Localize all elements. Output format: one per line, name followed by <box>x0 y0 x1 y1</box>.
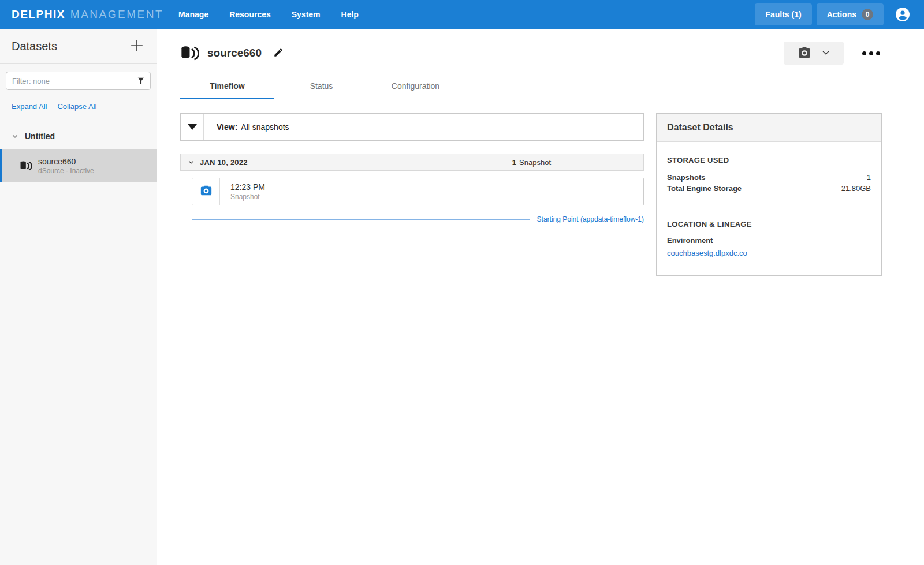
snapshot-button[interactable] <box>784 42 844 65</box>
more-menu-button[interactable] <box>860 49 882 58</box>
dsource-icon <box>20 160 32 171</box>
datasets-sidebar: Datasets Expand All Collapse All <box>0 29 157 565</box>
snapshot-time: 12:23 PM <box>230 182 265 192</box>
add-dataset-button[interactable] <box>129 38 145 55</box>
sidebar-item-text: source660 dSource - Inactive <box>38 157 94 175</box>
snapshot-type: Snapshot <box>230 192 265 201</box>
view-selector[interactable]: View:All snapshots <box>180 113 644 141</box>
timeflow-content: View:All snapshots JAN 10, 2022 1Snapsho… <box>157 99 924 276</box>
nav-help[interactable]: Help <box>341 10 359 19</box>
location-lineage-title: LOCATION & LINEAGE <box>667 220 871 229</box>
pencil-icon <box>273 47 284 59</box>
date-label: JAN 10, 2022 <box>200 158 248 167</box>
sidebar-item-subtitle: dSource - Inactive <box>38 167 94 175</box>
main-panel: source660 <box>157 29 924 565</box>
group-label: Untitled <box>25 132 55 141</box>
delphix-management-app: DELPHIX MANAGEMENT Manage Resources Syst… <box>0 0 924 565</box>
app-logo: DELPHIX MANAGEMENT <box>12 8 163 21</box>
brand-primary: DELPHIX <box>12 8 65 21</box>
chevron-down-icon <box>12 133 18 140</box>
storage-used-section: STORAGE USED Snapshots 1 Total Engine St… <box>657 142 881 207</box>
tab-status[interactable]: Status <box>274 74 368 99</box>
group-row-untitled[interactable]: Untitled <box>0 121 157 149</box>
top-nav: Manage Resources System Help <box>178 10 359 19</box>
dsource-icon <box>180 45 199 62</box>
brand-secondary: MANAGEMENT <box>70 8 163 21</box>
triangle-down-icon <box>188 124 197 130</box>
sidebar-header: Datasets <box>0 29 157 64</box>
nav-system[interactable]: System <box>292 10 321 19</box>
faults-label: Faults (1) <box>765 10 801 19</box>
timeline-column: View:All snapshots JAN 10, 2022 1Snapsho… <box>180 113 644 223</box>
plus-icon <box>130 39 144 54</box>
actions-badge: 0 <box>862 9 873 20</box>
filter-box <box>0 64 157 97</box>
view-toggle[interactable] <box>181 114 204 140</box>
filter-input[interactable] <box>6 72 151 90</box>
nav-manage[interactable]: Manage <box>178 10 208 19</box>
user-avatar-icon[interactable] <box>895 7 910 22</box>
page-title: source660 <box>207 47 262 59</box>
chevron-down-icon <box>188 159 195 166</box>
details-title: Dataset Details <box>657 114 881 142</box>
page-header: source660 <box>157 29 924 74</box>
snapshot-camera-cell <box>192 178 220 205</box>
starting-point-link[interactable]: Starting Point (appdata-timeflow-1) <box>537 215 644 223</box>
tab-timeflow[interactable]: Timeflow <box>180 74 274 99</box>
snapshot-row[interactable]: 12:23 PM Snapshot <box>192 178 644 205</box>
environment-link[interactable]: couchbasestg.dlpxdc.co <box>667 249 747 257</box>
view-label: View: <box>217 122 237 132</box>
tab-bar: Timeflow Status Configuration <box>180 74 882 99</box>
snapshot-info: 12:23 PM Snapshot <box>220 182 265 201</box>
expand-all-link[interactable]: Expand All <box>12 102 47 111</box>
collapse-all-link[interactable]: Collapse All <box>57 102 96 111</box>
snapshots-row: Snapshots 1 <box>667 172 871 183</box>
topbar-actions: Faults (1) Actions 0 <box>755 3 910 25</box>
faults-button[interactable]: Faults (1) <box>755 3 811 25</box>
camera-icon <box>798 46 811 61</box>
view-text: View:All snapshots <box>204 122 289 132</box>
date-group-header[interactable]: JAN 10, 2022 1Snapshot <box>180 154 644 171</box>
tree-controls: Expand All Collapse All <box>0 97 157 121</box>
top-bar: DELPHIX MANAGEMENT Manage Resources Syst… <box>0 0 924 29</box>
sidebar-item-source660[interactable]: source660 dSource - Inactive <box>0 149 157 182</box>
header-actions <box>784 42 882 65</box>
location-lineage-section: LOCATION & LINEAGE Environment couchbase… <box>657 207 881 275</box>
ellipsis-icon <box>862 51 866 55</box>
storage-used-title: STORAGE USED <box>667 156 871 164</box>
camera-icon <box>200 184 213 199</box>
actions-label: Actions <box>827 10 856 19</box>
total-engine-storage-label: Total Engine Storage <box>667 183 742 194</box>
chevron-down-icon <box>821 48 830 59</box>
datasets-title: Datasets <box>12 40 57 53</box>
filter-icon[interactable] <box>137 77 145 85</box>
timeflow-starting-point: Starting Point (appdata-timeflow-1) <box>192 215 644 223</box>
snapshot-count: 1Snapshot <box>512 158 551 167</box>
actions-button[interactable]: Actions 0 <box>817 3 884 25</box>
total-engine-storage-row: Total Engine Storage 21.80GB <box>667 183 871 194</box>
snapshots-value: 1 <box>867 172 871 183</box>
edit-name-button[interactable] <box>272 46 285 61</box>
view-value: All snapshots <box>241 122 289 132</box>
sidebar-item-name: source660 <box>38 157 94 167</box>
dataset-details-panel: Dataset Details STORAGE USED Snapshots 1… <box>656 113 882 276</box>
tab-configuration[interactable]: Configuration <box>368 74 463 99</box>
nav-resources[interactable]: Resources <box>229 10 271 19</box>
snapshots-label: Snapshots <box>667 172 705 183</box>
environment-label: Environment <box>667 236 871 245</box>
timeflow-line <box>192 219 530 220</box>
total-engine-storage-value: 21.80GB <box>841 183 871 194</box>
